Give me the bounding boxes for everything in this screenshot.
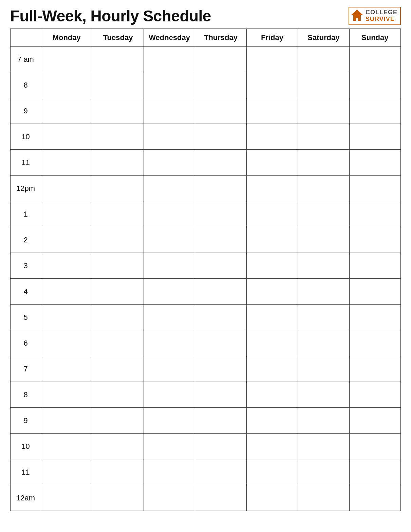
schedule-cell[interactable]: [195, 459, 246, 485]
schedule-cell[interactable]: [41, 47, 92, 72]
schedule-cell[interactable]: [92, 459, 144, 485]
schedule-cell[interactable]: [349, 382, 400, 408]
schedule-cell[interactable]: [195, 408, 246, 434]
schedule-cell[interactable]: [41, 176, 92, 201]
schedule-cell[interactable]: [298, 305, 349, 330]
schedule-cell[interactable]: [41, 279, 92, 305]
schedule-cell[interactable]: [246, 201, 298, 227]
schedule-cell[interactable]: [144, 330, 195, 356]
schedule-cell[interactable]: [298, 253, 349, 279]
schedule-cell[interactable]: [349, 408, 400, 434]
schedule-cell[interactable]: [349, 176, 400, 201]
schedule-cell[interactable]: [349, 98, 400, 124]
schedule-cell[interactable]: [92, 72, 144, 98]
schedule-cell[interactable]: [41, 434, 92, 459]
schedule-cell[interactable]: [349, 47, 400, 72]
schedule-cell[interactable]: [349, 124, 400, 150]
schedule-cell[interactable]: [41, 253, 92, 279]
schedule-cell[interactable]: [195, 253, 246, 279]
schedule-cell[interactable]: [246, 382, 298, 408]
schedule-cell[interactable]: [92, 434, 144, 459]
schedule-cell[interactable]: [298, 382, 349, 408]
schedule-cell[interactable]: [195, 356, 246, 382]
schedule-cell[interactable]: [144, 72, 195, 98]
schedule-cell[interactable]: [298, 485, 349, 511]
schedule-cell[interactable]: [41, 408, 92, 434]
schedule-cell[interactable]: [144, 176, 195, 201]
schedule-cell[interactable]: [92, 485, 144, 511]
schedule-cell[interactable]: [144, 408, 195, 434]
schedule-cell[interactable]: [195, 47, 246, 72]
schedule-cell[interactable]: [298, 72, 349, 98]
schedule-cell[interactable]: [349, 201, 400, 227]
schedule-cell[interactable]: [349, 253, 400, 279]
schedule-cell[interactable]: [41, 201, 92, 227]
schedule-cell[interactable]: [41, 305, 92, 330]
schedule-cell[interactable]: [41, 330, 92, 356]
schedule-cell[interactable]: [144, 47, 195, 72]
schedule-cell[interactable]: [144, 305, 195, 330]
schedule-cell[interactable]: [349, 150, 400, 176]
schedule-cell[interactable]: [92, 408, 144, 434]
schedule-cell[interactable]: [246, 253, 298, 279]
schedule-cell[interactable]: [246, 227, 298, 253]
schedule-cell[interactable]: [195, 279, 246, 305]
schedule-cell[interactable]: [144, 201, 195, 227]
schedule-cell[interactable]: [195, 201, 246, 227]
schedule-cell[interactable]: [144, 124, 195, 150]
schedule-cell[interactable]: [298, 176, 349, 201]
schedule-cell[interactable]: [144, 150, 195, 176]
schedule-cell[interactable]: [298, 459, 349, 485]
schedule-cell[interactable]: [246, 356, 298, 382]
schedule-cell[interactable]: [298, 356, 349, 382]
schedule-cell[interactable]: [92, 382, 144, 408]
schedule-cell[interactable]: [349, 459, 400, 485]
schedule-cell[interactable]: [298, 434, 349, 459]
schedule-cell[interactable]: [246, 124, 298, 150]
schedule-cell[interactable]: [144, 279, 195, 305]
schedule-cell[interactable]: [349, 485, 400, 511]
schedule-cell[interactable]: [246, 305, 298, 330]
schedule-cell[interactable]: [144, 485, 195, 511]
schedule-cell[interactable]: [195, 434, 246, 459]
schedule-cell[interactable]: [144, 459, 195, 485]
schedule-cell[interactable]: [298, 330, 349, 356]
schedule-cell[interactable]: [195, 150, 246, 176]
schedule-cell[interactable]: [144, 382, 195, 408]
schedule-cell[interactable]: [144, 253, 195, 279]
schedule-cell[interactable]: [195, 382, 246, 408]
schedule-cell[interactable]: [92, 201, 144, 227]
schedule-cell[interactable]: [92, 150, 144, 176]
schedule-cell[interactable]: [298, 150, 349, 176]
schedule-cell[interactable]: [92, 356, 144, 382]
schedule-cell[interactable]: [92, 330, 144, 356]
schedule-cell[interactable]: [144, 434, 195, 459]
schedule-cell[interactable]: [195, 305, 246, 330]
schedule-cell[interactable]: [349, 356, 400, 382]
schedule-cell[interactable]: [195, 227, 246, 253]
schedule-cell[interactable]: [92, 253, 144, 279]
schedule-cell[interactable]: [92, 227, 144, 253]
schedule-cell[interactable]: [349, 279, 400, 305]
schedule-cell[interactable]: [195, 98, 246, 124]
schedule-cell[interactable]: [144, 227, 195, 253]
schedule-cell[interactable]: [195, 330, 246, 356]
schedule-cell[interactable]: [246, 485, 298, 511]
schedule-cell[interactable]: [246, 408, 298, 434]
schedule-cell[interactable]: [349, 434, 400, 459]
schedule-cell[interactable]: [298, 124, 349, 150]
schedule-cell[interactable]: [298, 279, 349, 305]
schedule-cell[interactable]: [41, 150, 92, 176]
schedule-cell[interactable]: [195, 124, 246, 150]
schedule-cell[interactable]: [195, 72, 246, 98]
schedule-cell[interactable]: [246, 459, 298, 485]
schedule-cell[interactable]: [349, 305, 400, 330]
schedule-cell[interactable]: [246, 47, 298, 72]
schedule-cell[interactable]: [41, 98, 92, 124]
schedule-cell[interactable]: [195, 176, 246, 201]
schedule-cell[interactable]: [92, 176, 144, 201]
schedule-cell[interactable]: [92, 305, 144, 330]
schedule-cell[interactable]: [41, 485, 92, 511]
schedule-cell[interactable]: [246, 150, 298, 176]
schedule-cell[interactable]: [92, 98, 144, 124]
